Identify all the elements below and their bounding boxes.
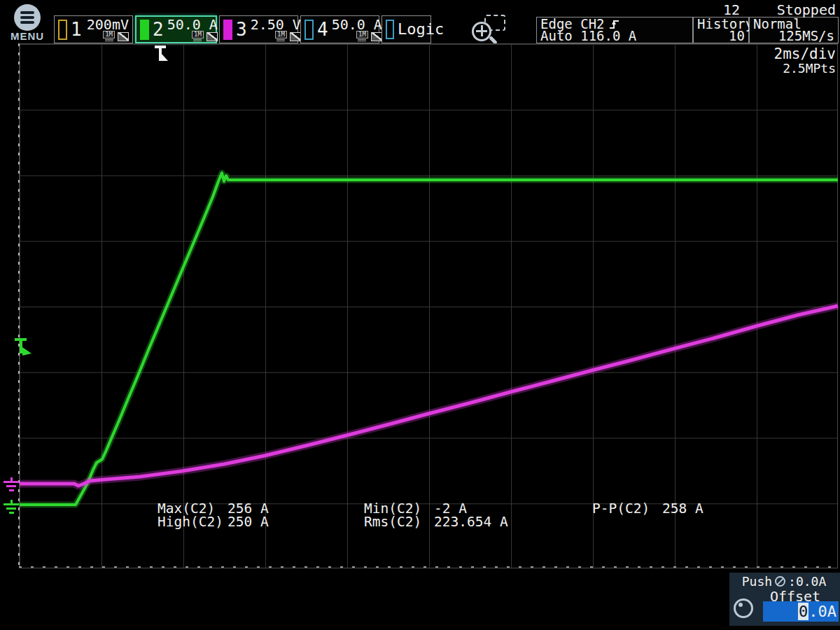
offset-value-field[interactable]: 0 .0A — [763, 601, 839, 622]
channel-4-box[interactable]: 4 50.0 A 1M — [300, 15, 379, 43]
channel-3-scale: 2.50 V — [251, 18, 301, 31]
logic-box[interactable]: Logic — [382, 15, 431, 43]
measurement-group-1: Max(C2)256 A High(C2)250 A — [158, 502, 269, 528]
bandwidth-filter-icon — [206, 32, 218, 41]
channel-2-scale: 50.0 A — [167, 18, 218, 31]
acquisition-count: 12 — [690, 1, 740, 18]
channel-1-number: 1 — [71, 20, 82, 38]
bandwidth-filter-icon — [371, 32, 382, 41]
channel-2-box[interactable]: 2 50.0 A 1M — [135, 15, 217, 43]
measurement-group-3: P-P(C2)258 A — [592, 502, 704, 515]
logic-label: Logic — [398, 22, 444, 37]
waveform-graticule — [19, 43, 838, 568]
impedance-1M-icon: 1M — [192, 31, 204, 41]
channel-4-color-swatch — [304, 20, 314, 40]
timebase-readout: 2ms/div — [774, 46, 836, 62]
hamburger-icon — [20, 11, 34, 14]
sample-rate: 125MS/s — [753, 30, 834, 42]
meas-label: High(C2) — [158, 515, 218, 528]
push-knob-icon — [775, 576, 785, 587]
offset-panel: Push :0.0A Offset 0 .0A — [729, 573, 840, 626]
channel-4-scale: 50.0 A — [332, 18, 382, 31]
offset-cursor-digit: 0 — [798, 603, 808, 620]
push-value: :0.0A — [788, 574, 826, 589]
impedance-1M-icon: 1M — [356, 31, 368, 41]
menu-button[interactable] — [14, 4, 41, 31]
menu-label: MENU — [4, 30, 50, 42]
meas-label: P-P(C2) — [592, 502, 652, 515]
history-box[interactable]: History 10 — [693, 17, 749, 43]
trigger-status-box[interactable]: Edge CH2 Auto 116.0 A — [536, 17, 693, 43]
channel-1-scale: 200mV — [87, 18, 129, 31]
acquisition-box[interactable]: Normal 125MS/s — [749, 17, 839, 43]
trigger-level: Auto 116.0 A — [540, 30, 689, 42]
ch3-ground-marker[interactable] — [4, 477, 19, 491]
oscilloscope-screen: MENU 1 200mV 1M 2 50.0 A 1M — [0, 0, 840, 630]
zoom-search-button[interactable] — [470, 13, 507, 46]
bottom-axis-ticks — [19, 566, 838, 568]
channel-4-number: 4 — [317, 20, 328, 38]
impedance-1M-icon: 1M — [103, 31, 115, 41]
bandwidth-filter-icon — [290, 32, 301, 41]
channel-2-number: 2 — [153, 20, 164, 38]
bandwidth-filter-icon — [118, 32, 129, 41]
channel-1-box[interactable]: 1 200mV 1M — [54, 15, 133, 43]
meas-value: 258 A — [662, 502, 704, 515]
logic-color-swatch — [386, 20, 394, 39]
meas-value: 250 A — [227, 515, 269, 528]
channel-1-color-swatch — [58, 20, 67, 40]
record-length-readout: 2.5MPts — [774, 62, 836, 75]
impedance-1M-icon: 1M — [275, 31, 287, 41]
run-status: Stopped — [777, 1, 836, 18]
meas-label: Rms(C2) — [364, 515, 424, 528]
rotary-knob-icon[interactable] — [734, 598, 753, 618]
push-prefix: Push — [742, 574, 772, 589]
offset-value-rest: .0A — [808, 603, 836, 620]
meas-value: 223.654 A — [434, 515, 508, 528]
channel-2-color-swatch — [140, 20, 149, 40]
left-axis-ticks — [18, 43, 20, 568]
channel-3-color-swatch — [223, 20, 232, 40]
ch2-ground-marker[interactable] — [4, 500, 19, 514]
measurement-group-2: Min(C2)-2 A Rms(C2)223.654 A — [364, 502, 508, 528]
history-count: 10 — [697, 30, 745, 42]
channel-3-box[interactable]: 3 2.50 V 1M — [219, 15, 298, 43]
channel-3-number: 3 — [236, 20, 247, 38]
